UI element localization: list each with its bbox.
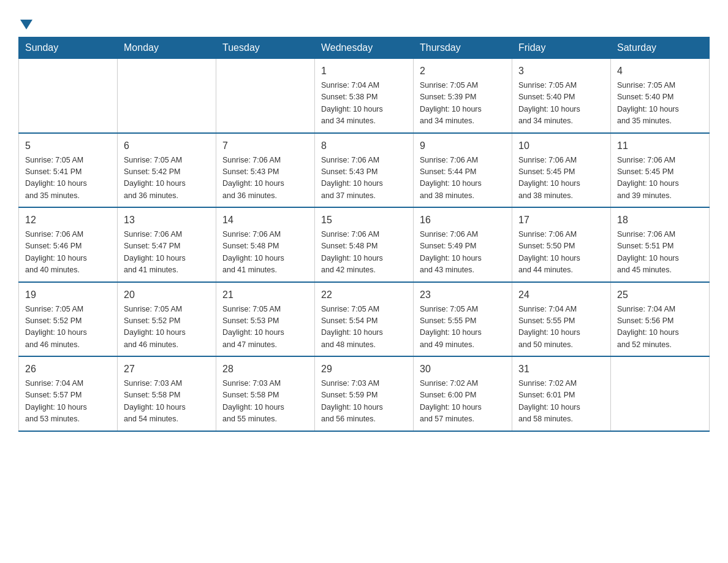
- day-number: 27: [124, 362, 210, 377]
- calendar-week-row: 26Sunrise: 7:04 AMSunset: 5:57 PMDayligh…: [19, 356, 710, 431]
- day-number: 1: [321, 64, 407, 79]
- day-number: 11: [617, 139, 703, 153]
- calendar-cell: 31Sunrise: 7:02 AMSunset: 6:01 PMDayligh…: [512, 356, 611, 431]
- day-info: Sunrise: 7:06 AMSunset: 5:48 PMDaylight:…: [222, 229, 308, 277]
- day-info: Sunrise: 7:06 AMSunset: 5:45 PMDaylight:…: [617, 155, 703, 202]
- day-info: Sunrise: 7:06 AMSunset: 5:48 PMDaylight:…: [321, 229, 407, 277]
- day-number: 14: [222, 213, 308, 228]
- calendar-cell: 17Sunrise: 7:06 AMSunset: 5:50 PMDayligh…: [512, 207, 611, 282]
- calendar-cell: 4Sunrise: 7:05 AMSunset: 5:40 PMDaylight…: [611, 59, 710, 133]
- day-info: Sunrise: 7:04 AMSunset: 5:56 PMDaylight:…: [617, 304, 703, 351]
- day-number: 18: [617, 213, 703, 228]
- day-number: 6: [124, 139, 210, 153]
- day-info: Sunrise: 7:04 AMSunset: 5:38 PMDaylight:…: [321, 80, 407, 128]
- day-info: Sunrise: 7:05 AMSunset: 5:53 PMDaylight:…: [222, 304, 308, 351]
- calendar-cell: 12Sunrise: 7:06 AMSunset: 5:46 PMDayligh…: [19, 207, 118, 282]
- day-number: 9: [420, 139, 506, 153]
- day-number: 7: [222, 139, 308, 153]
- day-number: 16: [420, 213, 506, 228]
- day-number: 30: [420, 362, 506, 377]
- calendar-cell: [611, 356, 710, 431]
- calendar-cell: 7Sunrise: 7:06 AMSunset: 5:43 PMDaylight…: [216, 133, 315, 208]
- day-info: Sunrise: 7:05 AMSunset: 5:52 PMDaylight:…: [124, 304, 210, 351]
- day-number: 12: [25, 213, 111, 228]
- calendar-cell: 26Sunrise: 7:04 AMSunset: 5:57 PMDayligh…: [19, 356, 118, 431]
- calendar-cell: 27Sunrise: 7:03 AMSunset: 5:58 PMDayligh…: [118, 356, 216, 431]
- day-number: 19: [25, 288, 111, 302]
- calendar-table: SundayMondayTuesdayWednesdayThursdayFrid…: [18, 37, 710, 432]
- day-number: 4: [617, 64, 703, 79]
- day-info: Sunrise: 7:06 AMSunset: 5:50 PMDaylight:…: [518, 229, 604, 277]
- day-info: Sunrise: 7:06 AMSunset: 5:49 PMDaylight:…: [420, 229, 506, 277]
- day-info: Sunrise: 7:06 AMSunset: 5:45 PMDaylight:…: [518, 155, 604, 202]
- calendar-cell: [118, 59, 216, 133]
- calendar-week-row: 12Sunrise: 7:06 AMSunset: 5:46 PMDayligh…: [19, 207, 710, 282]
- day-header-wednesday: Wednesday: [315, 37, 414, 59]
- day-header-sunday: Sunday: [19, 37, 118, 59]
- day-number: 20: [124, 288, 210, 302]
- calendar-cell: 10Sunrise: 7:06 AMSunset: 5:45 PMDayligh…: [512, 133, 611, 208]
- day-info: Sunrise: 7:05 AMSunset: 5:40 PMDaylight:…: [518, 80, 604, 128]
- day-header-monday: Monday: [118, 37, 216, 59]
- day-number: 8: [321, 139, 407, 153]
- day-info: Sunrise: 7:05 AMSunset: 5:52 PMDaylight:…: [25, 304, 111, 351]
- logo-arrow-icon: [20, 20, 32, 29]
- calendar-cell: 18Sunrise: 7:06 AMSunset: 5:51 PMDayligh…: [611, 207, 710, 282]
- day-info: Sunrise: 7:04 AMSunset: 5:55 PMDaylight:…: [518, 304, 604, 351]
- calendar-cell: 24Sunrise: 7:04 AMSunset: 5:55 PMDayligh…: [512, 282, 611, 357]
- calendar-cell: 5Sunrise: 7:05 AMSunset: 5:41 PMDaylight…: [19, 133, 118, 208]
- calendar-cell: 29Sunrise: 7:03 AMSunset: 5:59 PMDayligh…: [315, 356, 414, 431]
- day-number: 28: [222, 362, 308, 377]
- day-info: Sunrise: 7:06 AMSunset: 5:51 PMDaylight:…: [617, 229, 703, 277]
- calendar-cell: 22Sunrise: 7:05 AMSunset: 5:54 PMDayligh…: [315, 282, 414, 357]
- day-info: Sunrise: 7:04 AMSunset: 5:57 PMDaylight:…: [25, 378, 111, 426]
- day-header-friday: Friday: [512, 37, 611, 59]
- day-info: Sunrise: 7:05 AMSunset: 5:55 PMDaylight:…: [420, 304, 506, 351]
- day-header-saturday: Saturday: [611, 37, 710, 59]
- day-number: 22: [321, 288, 407, 302]
- calendar-cell: [19, 59, 118, 133]
- calendar-cell: 23Sunrise: 7:05 AMSunset: 5:55 PMDayligh…: [414, 282, 512, 357]
- day-info: Sunrise: 7:06 AMSunset: 5:44 PMDaylight:…: [420, 155, 506, 202]
- calendar-cell: 3Sunrise: 7:05 AMSunset: 5:40 PMDaylight…: [512, 59, 611, 133]
- day-info: Sunrise: 7:05 AMSunset: 5:41 PMDaylight:…: [25, 155, 111, 202]
- calendar-week-row: 19Sunrise: 7:05 AMSunset: 5:52 PMDayligh…: [19, 282, 710, 357]
- calendar-cell: 16Sunrise: 7:06 AMSunset: 5:49 PMDayligh…: [414, 207, 512, 282]
- day-number: 25: [617, 288, 703, 302]
- calendar-cell: 13Sunrise: 7:06 AMSunset: 5:47 PMDayligh…: [118, 207, 216, 282]
- calendar-cell: 14Sunrise: 7:06 AMSunset: 5:48 PMDayligh…: [216, 207, 315, 282]
- day-info: Sunrise: 7:02 AMSunset: 6:00 PMDaylight:…: [420, 378, 506, 426]
- day-info: Sunrise: 7:05 AMSunset: 5:54 PMDaylight:…: [321, 304, 407, 351]
- day-info: Sunrise: 7:06 AMSunset: 5:43 PMDaylight:…: [321, 155, 407, 202]
- day-header-tuesday: Tuesday: [216, 37, 315, 59]
- day-number: 17: [518, 213, 604, 228]
- day-number: 26: [25, 362, 111, 377]
- calendar-cell: 2Sunrise: 7:05 AMSunset: 5:39 PMDaylight…: [414, 59, 512, 133]
- calendar-cell: 6Sunrise: 7:05 AMSunset: 5:42 PMDaylight…: [118, 133, 216, 208]
- day-number: 29: [321, 362, 407, 377]
- day-info: Sunrise: 7:06 AMSunset: 5:46 PMDaylight:…: [25, 229, 111, 277]
- day-number: 31: [518, 362, 604, 377]
- calendar-cell: 9Sunrise: 7:06 AMSunset: 5:44 PMDaylight…: [414, 133, 512, 208]
- day-number: 23: [420, 288, 506, 302]
- day-info: Sunrise: 7:05 AMSunset: 5:40 PMDaylight:…: [617, 80, 703, 128]
- day-number: 13: [124, 213, 210, 228]
- day-info: Sunrise: 7:06 AMSunset: 5:47 PMDaylight:…: [124, 229, 210, 277]
- calendar-week-row: 5Sunrise: 7:05 AMSunset: 5:41 PMDaylight…: [19, 133, 710, 208]
- day-number: 3: [518, 64, 604, 79]
- calendar-header-row: SundayMondayTuesdayWednesdayThursdayFrid…: [19, 37, 710, 59]
- day-number: 2: [420, 64, 506, 79]
- calendar-cell: 19Sunrise: 7:05 AMSunset: 5:52 PMDayligh…: [19, 282, 118, 357]
- calendar-cell: 20Sunrise: 7:05 AMSunset: 5:52 PMDayligh…: [118, 282, 216, 357]
- calendar-cell: 25Sunrise: 7:04 AMSunset: 5:56 PMDayligh…: [611, 282, 710, 357]
- day-info: Sunrise: 7:02 AMSunset: 6:01 PMDaylight:…: [518, 378, 604, 426]
- calendar-cell: 15Sunrise: 7:06 AMSunset: 5:48 PMDayligh…: [315, 207, 414, 282]
- day-info: Sunrise: 7:03 AMSunset: 5:59 PMDaylight:…: [321, 378, 407, 426]
- day-number: 10: [518, 139, 604, 153]
- day-number: 15: [321, 213, 407, 228]
- day-number: 24: [518, 288, 604, 302]
- calendar-cell: [216, 59, 315, 133]
- day-info: Sunrise: 7:05 AMSunset: 5:39 PMDaylight:…: [420, 80, 506, 128]
- calendar-cell: 30Sunrise: 7:02 AMSunset: 6:00 PMDayligh…: [414, 356, 512, 431]
- day-info: Sunrise: 7:05 AMSunset: 5:42 PMDaylight:…: [124, 155, 210, 202]
